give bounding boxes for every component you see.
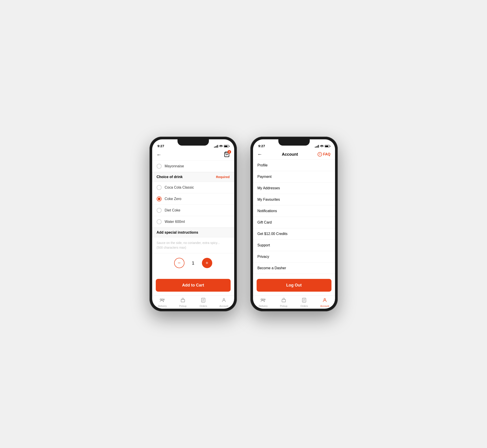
battery-icon-2 <box>325 145 330 147</box>
svg-point-18 <box>324 299 325 300</box>
delivery-icon-2 <box>260 298 266 304</box>
notch-2 <box>278 139 310 146</box>
account-icon-1 <box>221 298 226 304</box>
nav-orders-label-2: Orders <box>300 305 308 307</box>
nav-account-label-2: Account <box>320 305 329 307</box>
wifi-icon-1 <box>219 144 223 148</box>
screen-content-1: Mayonnaise Choice of drink Required Coca… <box>152 161 234 309</box>
orders-icon-2 <box>302 298 307 304</box>
quantity-value: 1 <box>190 261 196 266</box>
cart-button[interactable]: 3 <box>224 152 230 158</box>
radio-coke-zero <box>157 196 162 201</box>
faq-button[interactable]: ? FAQ <box>317 152 331 157</box>
menu-item-payment[interactable]: Payment <box>253 171 335 183</box>
menu-item-favourites[interactable]: My Favourites <box>253 194 335 205</box>
option-mayonnaise[interactable]: Mayonnaise <box>152 161 234 172</box>
diet-coke-label: Diet Coke <box>165 208 180 212</box>
nav-orders-label-1: Orders <box>199 305 207 307</box>
svg-point-3 <box>163 299 164 300</box>
radio-diet-coke <box>157 208 162 213</box>
nav-account-1[interactable]: Account <box>214 297 234 308</box>
radio-inner-coke-zero <box>158 198 161 200</box>
status-time-2: 9:27 <box>258 144 265 148</box>
battery-icon-1 <box>224 145 229 147</box>
add-to-cart-button[interactable]: Add to Cart <box>156 279 231 292</box>
faq-circle-icon: ? <box>317 152 322 157</box>
bottom-nav-2: Delivery Pickup <box>253 295 335 309</box>
instructions-placeholder: Sauce on the side, no coriander, extra s… <box>157 241 220 249</box>
option-coke-zero[interactable]: Coke Zero <box>152 193 234 205</box>
nav-pickup-label-2: Pickup <box>280 305 287 307</box>
delivery-icon-1 <box>160 298 165 304</box>
scroll-area-1[interactable]: Mayonnaise Choice of drink Required Coca… <box>152 161 234 279</box>
option-coca-cola[interactable]: Coca Cola Classic <box>152 182 234 193</box>
menu-item-support[interactable]: Support <box>253 240 335 251</box>
nav-pickup-2[interactable]: Pickup <box>273 297 294 308</box>
phones-container: 9:27 ← <box>149 137 338 311</box>
wifi-icon-2 <box>320 144 324 148</box>
menu-item-privacy[interactable]: Privacy <box>253 251 335 263</box>
svg-point-2 <box>162 299 163 300</box>
menu-item-profile[interactable]: Profile <box>253 160 335 171</box>
signal-bars-1 <box>214 145 218 148</box>
menu-item-become-dasher[interactable]: Become a Dasher <box>253 263 335 274</box>
nav-orders-1[interactable]: Orders <box>193 297 214 308</box>
status-time-1: 9:27 <box>158 144 164 148</box>
nav-delivery-label-1: Delivery <box>158 305 167 307</box>
app-header-2: ← Account ? FAQ <box>253 149 335 160</box>
coke-zero-label: Coke Zero <box>165 197 181 201</box>
signal-bars-2 <box>315 145 319 148</box>
nav-pickup-1[interactable]: Pickup <box>173 297 193 308</box>
option-diet-coke[interactable]: Diet Coke <box>152 205 234 216</box>
decrease-qty-button[interactable]: − <box>174 258 185 268</box>
nav-orders-2[interactable]: Orders <box>294 297 315 308</box>
svg-rect-4 <box>181 299 185 302</box>
scroll-area-2[interactable]: Profile Payment My Addresses My Favourit… <box>253 160 335 275</box>
radio-mayonnaise <box>157 164 162 169</box>
nav-account-2[interactable]: Account <box>314 297 335 308</box>
menu-item-addresses[interactable]: My Addresses <box>253 183 335 194</box>
back-button-2[interactable]: ← <box>258 152 262 157</box>
pickup-icon-2 <box>281 298 286 304</box>
app-header-1: ← 3 <box>152 149 234 161</box>
svg-point-11 <box>262 299 264 300</box>
menu-item-gift-card[interactable]: Gift Card <box>253 217 335 228</box>
menu-item-partner-restaurant[interactable]: Be a Partner Restaurant <box>253 274 335 275</box>
account-icon-2 <box>322 298 327 304</box>
phone-1: 9:27 ← <box>149 137 237 311</box>
nav-account-label-1: Account <box>219 305 228 307</box>
cart-icon <box>224 154 230 158</box>
quantity-control: − 1 + <box>152 253 234 273</box>
menu-item-notifications[interactable]: Notifications <box>253 205 335 217</box>
cart-badge: 3 <box>227 150 231 154</box>
radio-coca-cola <box>157 185 162 190</box>
nav-delivery-label-2: Delivery <box>259 305 268 307</box>
log-out-button[interactable]: Log Out <box>257 279 332 292</box>
drink-section-header: Choice of drink Required <box>152 172 234 182</box>
instructions-section-header: Add special instructions <box>152 228 234 237</box>
nav-pickup-label-1: Pickup <box>179 305 187 307</box>
increase-qty-button[interactable]: + <box>202 258 212 268</box>
svg-point-9 <box>223 299 225 300</box>
pickup-icon-1 <box>180 298 185 304</box>
notch <box>178 139 209 146</box>
coca-cola-label: Coca Cola Classic <box>165 185 194 190</box>
menu-item-credits[interactable]: Get $12.00 Credits <box>253 228 335 240</box>
phone-2: 9:27 ← <box>250 137 338 311</box>
svg-point-1 <box>160 299 161 300</box>
screen-content-2: Profile Payment My Addresses My Favourit… <box>253 160 335 309</box>
back-button-1[interactable]: ← <box>157 152 162 158</box>
drink-section-title: Choice of drink <box>157 175 183 179</box>
option-water[interactable]: Water 600ml <box>152 216 234 228</box>
status-icons-1 <box>214 144 229 148</box>
nav-delivery-2[interactable]: Delivery <box>253 297 274 308</box>
required-badge: Required <box>216 175 230 179</box>
water-label: Water 600ml <box>165 220 185 224</box>
nav-delivery-1[interactable]: Delivery <box>152 297 173 308</box>
orders-icon-1 <box>201 298 206 304</box>
bottom-nav-1: Delivery Pickup <box>152 295 234 309</box>
instructions-title: Add special instructions <box>157 231 198 234</box>
svg-point-12 <box>264 299 265 300</box>
account-page-title: Account <box>282 152 298 157</box>
instructions-input[interactable]: Sauce on the side, no coriander, extra s… <box>152 237 234 253</box>
